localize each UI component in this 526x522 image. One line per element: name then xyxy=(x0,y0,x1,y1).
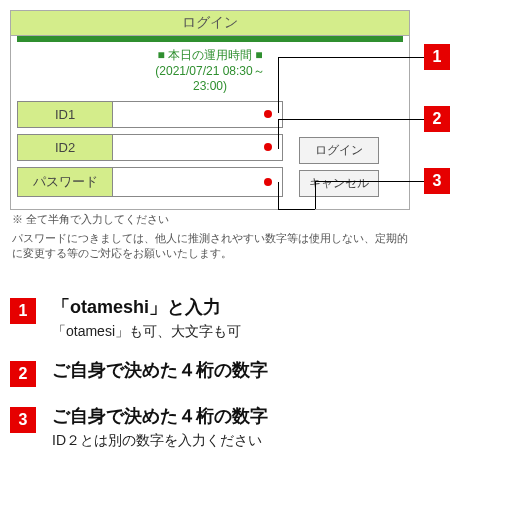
leader-3v1 xyxy=(315,181,316,209)
leader-3h xyxy=(315,181,424,182)
explain-2-main: ご自身で決めた４桁の数字 xyxy=(52,359,268,382)
explain-3-main: ご自身で決めた４桁の数字 xyxy=(52,405,268,428)
op-time-l1: ■ 本日の運用時間 ■ xyxy=(11,48,409,64)
row-id2: ID2 xyxy=(17,134,283,161)
explain-1-sub: 「otamesi」も可、大文字も可 xyxy=(52,323,241,341)
form-area: ID1 ID2 パスワード ログイン キャンセル xyxy=(11,101,409,209)
marker-dot-icon xyxy=(264,110,272,118)
leader-2v xyxy=(278,119,279,149)
explain-3-sub: ID２とは別の数字を入力ください xyxy=(52,432,268,450)
explain-text-2: ご自身で決めた４桁の数字 xyxy=(52,359,268,382)
explain-badge-2: 2 xyxy=(10,361,36,387)
explain-row-2: 2 ご自身で決めた４桁の数字 xyxy=(10,359,510,387)
callout-1: 1 xyxy=(424,44,450,70)
leader-1h xyxy=(278,57,424,58)
op-time-l3: 23:00) xyxy=(11,79,409,95)
leader-3v2 xyxy=(278,182,279,209)
note-halfwidth: ※ 全て半角で入力してください xyxy=(12,212,450,227)
fields: ID1 ID2 パスワード xyxy=(17,101,283,203)
explain-badge-3: 3 xyxy=(10,407,36,433)
note-password: パスワードにつきましては、他人に推測されやすい数字等は使用しない、定期的に変更す… xyxy=(12,231,412,262)
login-button[interactable]: ログイン xyxy=(299,137,379,164)
operation-time: ■ 本日の運用時間 ■ (2021/07/21 08:30～ 23:00) xyxy=(11,42,409,101)
login-panel: ログイン ■ 本日の運用時間 ■ (2021/07/21 08:30～ 23:0… xyxy=(10,10,410,210)
callout-3: 3 xyxy=(424,168,450,194)
explain-row-1: 1 「otameshi」と入力 「otamesi」も可、大文字も可 xyxy=(10,296,510,341)
explain-row-3: 3 ご自身で決めた４桁の数字 ID２とは別の数字を入力ください xyxy=(10,405,510,450)
label-id1: ID1 xyxy=(17,101,113,128)
marker-dot-icon xyxy=(264,178,272,186)
op-time-l2: (2021/07/21 08:30～ xyxy=(11,64,409,80)
callout-2: 2 xyxy=(424,106,450,132)
leader-3h2 xyxy=(278,209,315,210)
row-pw: パスワード xyxy=(17,167,283,197)
explain-badge-1: 1 xyxy=(10,298,36,324)
side-badges: 1 2 3 xyxy=(424,44,450,194)
input-pw[interactable] xyxy=(113,167,283,197)
explain-text-3: ご自身で決めた４桁の数字 ID２とは別の数字を入力ください xyxy=(52,405,268,450)
button-column: ログイン キャンセル xyxy=(299,101,379,203)
label-id2: ID2 xyxy=(17,134,113,161)
input-id2[interactable] xyxy=(113,134,283,161)
leader-2h xyxy=(278,119,424,120)
explain-1-main: 「otameshi」と入力 xyxy=(52,296,241,319)
login-panel-wrap: ログイン ■ 本日の運用時間 ■ (2021/07/21 08:30～ 23:0… xyxy=(10,10,450,262)
label-pw: パスワード xyxy=(17,167,113,197)
row-id1: ID1 xyxy=(17,101,283,128)
marker-dot-icon xyxy=(264,143,272,151)
panel-title: ログイン xyxy=(11,11,409,36)
cancel-button[interactable]: キャンセル xyxy=(299,170,379,197)
explain-list: 1 「otameshi」と入力 「otamesi」も可、大文字も可 2 ご自身で… xyxy=(10,296,510,451)
leader-1v xyxy=(278,57,279,113)
explain-text-1: 「otameshi」と入力 「otamesi」も可、大文字も可 xyxy=(52,296,241,341)
input-id1[interactable] xyxy=(113,101,283,128)
